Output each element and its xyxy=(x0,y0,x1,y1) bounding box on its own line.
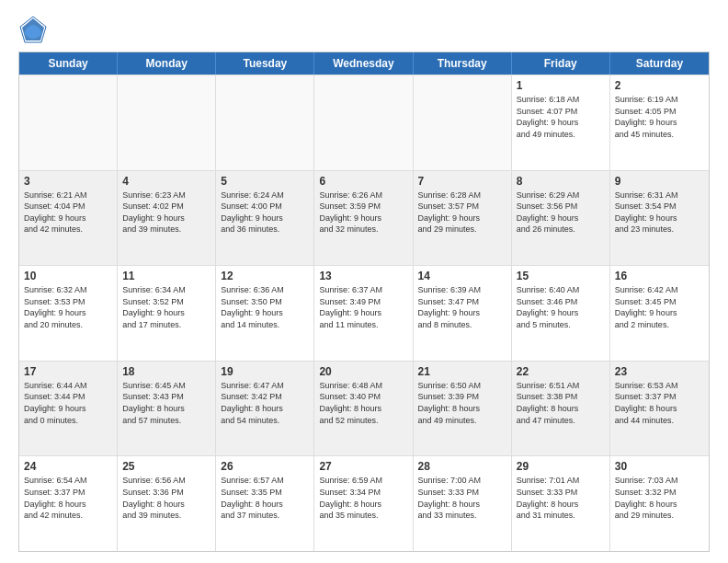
calendar-cell: 20Sunrise: 6:48 AM Sunset: 3:40 PM Dayli… xyxy=(314,362,413,456)
calendar-cell: 7Sunrise: 6:28 AM Sunset: 3:57 PM Daylig… xyxy=(414,171,512,266)
day-number: 30 xyxy=(615,460,704,473)
calendar-cell xyxy=(19,75,118,170)
day-info: Sunrise: 7:00 AM Sunset: 3:33 PM Dayligh… xyxy=(418,475,506,521)
day-number: 28 xyxy=(418,460,506,473)
calendar-cell: 24Sunrise: 6:54 AM Sunset: 3:37 PM Dayli… xyxy=(19,456,118,551)
calendar-row-3: 17Sunrise: 6:44 AM Sunset: 3:44 PM Dayli… xyxy=(19,361,709,456)
day-info: Sunrise: 6:21 AM Sunset: 4:04 PM Dayligh… xyxy=(24,190,112,236)
day-info: Sunrise: 6:19 AM Sunset: 4:05 PM Dayligh… xyxy=(615,94,704,140)
calendar-cell xyxy=(118,75,216,170)
calendar-cell: 19Sunrise: 6:47 AM Sunset: 3:42 PM Dayli… xyxy=(216,362,314,456)
day-info: Sunrise: 6:54 AM Sunset: 3:37 PM Dayligh… xyxy=(24,475,112,521)
day-number: 21 xyxy=(418,365,506,378)
day-info: Sunrise: 6:37 AM Sunset: 3:49 PM Dayligh… xyxy=(319,284,407,330)
day-info: Sunrise: 6:44 AM Sunset: 3:44 PM Dayligh… xyxy=(24,380,112,426)
day-info: Sunrise: 6:48 AM Sunset: 3:40 PM Dayligh… xyxy=(319,380,407,426)
calendar-header: SundayMondayTuesdayWednesdayThursdayFrid… xyxy=(19,52,709,75)
logo xyxy=(18,15,53,44)
calendar-cell xyxy=(314,75,413,170)
calendar-row-1: 3Sunrise: 6:21 AM Sunset: 4:04 PM Daylig… xyxy=(19,170,709,266)
day-info: Sunrise: 6:51 AM Sunset: 3:38 PM Dayligh… xyxy=(517,380,605,426)
day-number: 14 xyxy=(418,270,506,282)
calendar-cell: 6Sunrise: 6:26 AM Sunset: 3:59 PM Daylig… xyxy=(314,171,413,266)
calendar-cell: 18Sunrise: 6:45 AM Sunset: 3:43 PM Dayli… xyxy=(118,362,216,456)
day-number: 4 xyxy=(122,175,210,188)
day-number: 25 xyxy=(122,460,210,473)
calendar-cell: 16Sunrise: 6:42 AM Sunset: 3:45 PM Dayli… xyxy=(610,266,709,361)
day-number: 26 xyxy=(221,460,309,473)
calendar-cell: 5Sunrise: 6:24 AM Sunset: 4:00 PM Daylig… xyxy=(216,171,314,266)
calendar-cell: 15Sunrise: 6:40 AM Sunset: 3:46 PM Dayli… xyxy=(512,266,610,361)
day-info: Sunrise: 6:23 AM Sunset: 4:02 PM Dayligh… xyxy=(122,190,210,236)
calendar-cell: 21Sunrise: 6:50 AM Sunset: 3:39 PM Dayli… xyxy=(414,362,512,456)
day-number: 20 xyxy=(319,365,407,378)
calendar-cell: 29Sunrise: 7:01 AM Sunset: 3:33 PM Dayli… xyxy=(512,456,610,551)
day-info: Sunrise: 6:59 AM Sunset: 3:34 PM Dayligh… xyxy=(319,475,407,521)
day-info: Sunrise: 6:36 AM Sunset: 3:50 PM Dayligh… xyxy=(221,284,309,330)
day-number: 16 xyxy=(615,270,704,282)
calendar-cell: 3Sunrise: 6:21 AM Sunset: 4:04 PM Daylig… xyxy=(19,171,118,266)
calendar-cell: 30Sunrise: 7:03 AM Sunset: 3:32 PM Dayli… xyxy=(610,456,709,551)
header-day-wednesday: Wednesday xyxy=(314,52,413,75)
calendar-cell: 25Sunrise: 6:56 AM Sunset: 3:36 PM Dayli… xyxy=(118,456,216,551)
day-info: Sunrise: 6:56 AM Sunset: 3:36 PM Dayligh… xyxy=(122,475,210,521)
day-info: Sunrise: 6:50 AM Sunset: 3:39 PM Dayligh… xyxy=(418,380,506,426)
day-info: Sunrise: 6:47 AM Sunset: 3:42 PM Dayligh… xyxy=(221,380,309,426)
header-day-friday: Friday xyxy=(512,52,610,75)
page: SundayMondayTuesdayWednesdayThursdayFrid… xyxy=(0,0,728,563)
day-number: 1 xyxy=(517,79,605,92)
calendar-cell: 1Sunrise: 6:18 AM Sunset: 4:07 PM Daylig… xyxy=(512,75,610,170)
calendar-cell: 14Sunrise: 6:39 AM Sunset: 3:47 PM Dayli… xyxy=(414,266,512,361)
calendar-row-2: 10Sunrise: 6:32 AM Sunset: 3:53 PM Dayli… xyxy=(19,265,709,361)
day-number: 17 xyxy=(24,365,112,378)
day-number: 23 xyxy=(615,365,704,378)
calendar-cell: 12Sunrise: 6:36 AM Sunset: 3:50 PM Dayli… xyxy=(216,266,314,361)
day-info: Sunrise: 6:32 AM Sunset: 3:53 PM Dayligh… xyxy=(24,284,112,330)
day-number: 6 xyxy=(319,175,407,188)
calendar-cell: 26Sunrise: 6:57 AM Sunset: 3:35 PM Dayli… xyxy=(216,456,314,551)
day-info: Sunrise: 6:26 AM Sunset: 3:59 PM Dayligh… xyxy=(319,190,407,236)
calendar-cell: 2Sunrise: 6:19 AM Sunset: 4:05 PM Daylig… xyxy=(610,75,709,170)
header-day-tuesday: Tuesday xyxy=(216,52,314,75)
calendar-cell: 4Sunrise: 6:23 AM Sunset: 4:02 PM Daylig… xyxy=(118,171,216,266)
day-number: 3 xyxy=(24,175,112,188)
calendar-cell xyxy=(414,75,512,170)
day-info: Sunrise: 6:29 AM Sunset: 3:56 PM Dayligh… xyxy=(517,190,605,236)
day-info: Sunrise: 6:40 AM Sunset: 3:46 PM Dayligh… xyxy=(517,284,605,330)
calendar-cell xyxy=(216,75,314,170)
day-number: 5 xyxy=(221,175,309,188)
day-number: 19 xyxy=(221,365,309,378)
day-info: Sunrise: 6:18 AM Sunset: 4:07 PM Dayligh… xyxy=(517,94,605,140)
calendar: SundayMondayTuesdayWednesdayThursdayFrid… xyxy=(18,52,710,552)
calendar-cell: 9Sunrise: 6:31 AM Sunset: 3:54 PM Daylig… xyxy=(610,171,709,266)
day-number: 7 xyxy=(418,175,506,188)
day-info: Sunrise: 6:28 AM Sunset: 3:57 PM Dayligh… xyxy=(418,190,506,236)
day-info: Sunrise: 7:01 AM Sunset: 3:33 PM Dayligh… xyxy=(517,475,605,521)
day-info: Sunrise: 6:42 AM Sunset: 3:45 PM Dayligh… xyxy=(615,284,704,330)
calendar-cell: 22Sunrise: 6:51 AM Sunset: 3:38 PM Dayli… xyxy=(512,362,610,456)
day-number: 24 xyxy=(24,460,112,473)
calendar-cell: 8Sunrise: 6:29 AM Sunset: 3:56 PM Daylig… xyxy=(512,171,610,266)
header-day-saturday: Saturday xyxy=(610,52,709,75)
calendar-cell: 17Sunrise: 6:44 AM Sunset: 3:44 PM Dayli… xyxy=(19,362,118,456)
day-info: Sunrise: 6:45 AM Sunset: 3:43 PM Dayligh… xyxy=(122,380,210,426)
calendar-cell: 27Sunrise: 6:59 AM Sunset: 3:34 PM Dayli… xyxy=(314,456,413,551)
day-number: 8 xyxy=(517,175,605,188)
calendar-cell: 11Sunrise: 6:34 AM Sunset: 3:52 PM Dayli… xyxy=(118,266,216,361)
header xyxy=(18,15,710,44)
header-day-monday: Monday xyxy=(118,52,216,75)
logo-icon xyxy=(18,15,48,44)
calendar-body: 1Sunrise: 6:18 AM Sunset: 4:07 PM Daylig… xyxy=(19,75,709,551)
day-number: 11 xyxy=(122,270,210,282)
header-day-thursday: Thursday xyxy=(414,52,512,75)
day-info: Sunrise: 6:31 AM Sunset: 3:54 PM Dayligh… xyxy=(615,190,704,236)
day-number: 10 xyxy=(24,270,112,282)
calendar-row-4: 24Sunrise: 6:54 AM Sunset: 3:37 PM Dayli… xyxy=(19,455,709,551)
day-number: 27 xyxy=(319,460,407,473)
day-info: Sunrise: 6:57 AM Sunset: 3:35 PM Dayligh… xyxy=(221,475,309,521)
calendar-cell: 10Sunrise: 6:32 AM Sunset: 3:53 PM Dayli… xyxy=(19,266,118,361)
day-number: 2 xyxy=(615,79,704,92)
calendar-cell: 13Sunrise: 6:37 AM Sunset: 3:49 PM Dayli… xyxy=(314,266,413,361)
day-info: Sunrise: 6:53 AM Sunset: 3:37 PM Dayligh… xyxy=(615,380,704,426)
day-info: Sunrise: 7:03 AM Sunset: 3:32 PM Dayligh… xyxy=(615,475,704,521)
